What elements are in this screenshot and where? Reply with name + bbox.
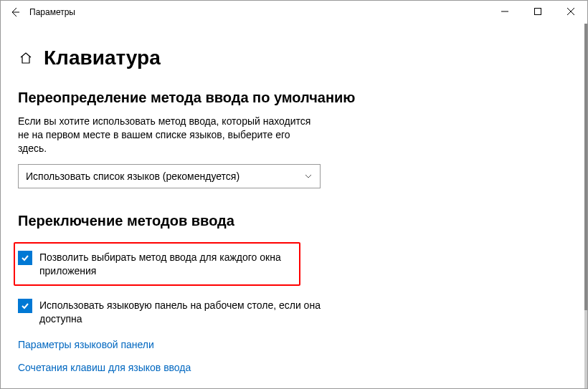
section2-title: Переключение методов ввода bbox=[18, 213, 570, 229]
maximize-button[interactable] bbox=[521, 1, 554, 22]
page-header: Клавиатура bbox=[18, 47, 570, 69]
option-lang-bar-row[interactable]: Использовать языковую панель на рабочем … bbox=[18, 296, 326, 329]
dropdown-value: Использовать список языков (рекомендуетс… bbox=[26, 171, 240, 182]
page-title: Клавиатура bbox=[44, 47, 161, 69]
window-title: Параметры bbox=[29, 7, 75, 17]
checkbox-lang-bar[interactable] bbox=[18, 299, 32, 313]
scrollbar-thumb[interactable] bbox=[584, 24, 587, 310]
back-button[interactable] bbox=[6, 4, 24, 21]
option-per-window-label: Позволить выбирать метод ввода для каждо… bbox=[39, 251, 296, 278]
minimize-button[interactable] bbox=[488, 1, 521, 22]
window-controls bbox=[488, 1, 587, 22]
close-button[interactable] bbox=[554, 1, 587, 22]
checkbox-per-window[interactable] bbox=[18, 251, 32, 265]
highlight-box: Позволить выбирать метод ввода для каждо… bbox=[14, 242, 300, 287]
home-icon[interactable] bbox=[18, 50, 34, 66]
section1-desc: Если вы хотите использовать метод ввода,… bbox=[18, 115, 319, 155]
option-lang-bar-label: Использовать языковую панель на рабочем … bbox=[39, 299, 326, 326]
svg-rect-0 bbox=[535, 9, 541, 15]
section1-title: Переопределение метода ввода по умолчани… bbox=[18, 90, 570, 106]
page-content: Клавиатура Переопределение метода ввода … bbox=[1, 24, 587, 373]
link-lang-panel-settings[interactable]: Параметры языковой панели bbox=[18, 339, 570, 350]
chevron-down-icon bbox=[304, 172, 313, 181]
scrollbar[interactable] bbox=[584, 24, 587, 388]
default-input-method-dropdown[interactable]: Использовать список языков (рекомендуетс… bbox=[18, 164, 321, 188]
link-input-hotkeys[interactable]: Сочетания клавиш для языков ввода bbox=[18, 362, 570, 373]
option-per-window-row[interactable]: Позволить выбирать метод ввода для каждо… bbox=[18, 251, 296, 278]
